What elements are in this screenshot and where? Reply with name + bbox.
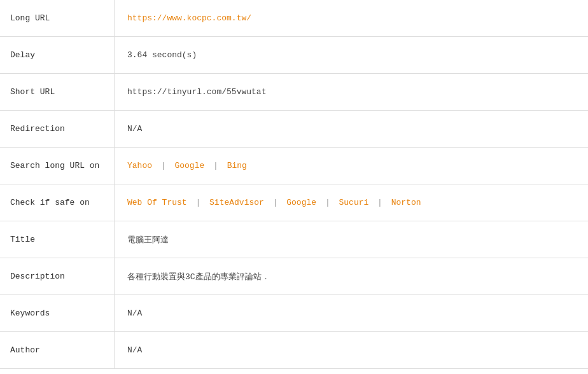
row-redirection: RedirectionN/A [0, 111, 588, 148]
text-delay: 3.64 second(s) [127, 50, 197, 60]
link-long-url[interactable]: https://www.kocpc.com.tw/ [127, 13, 251, 23]
row-search-long-url: Search long URL onYahoo | Google | Bing [0, 148, 588, 184]
row-delay: Delay3.64 second(s) [0, 37, 588, 74]
label-title: Title [0, 221, 115, 258]
label-short-url: Short URL [0, 74, 115, 110]
value-author: N/A [115, 336, 588, 364]
value-description: 各種行動裝置與3C產品的專業評論站． [115, 262, 588, 291]
row-author: AuthorN/A [0, 332, 588, 369]
label-delay: Delay [0, 37, 115, 73]
value-long-url[interactable]: https://www.kocpc.com.tw/ [115, 4, 588, 32]
label-search-long-url: Search long URL on [0, 148, 115, 184]
value-redirection: N/A [115, 115, 588, 142]
link-check-safe-4[interactable]: Norton [391, 198, 421, 207]
label-long-url: Long URL [0, 0, 115, 36]
row-title: Title電腦王阿達 [0, 221, 588, 258]
value-title: 電腦王阿達 [115, 225, 588, 254]
label-check-safe: Check if safe on [0, 184, 115, 221]
row-keywords: KeywordsN/A [0, 295, 588, 332]
text-description: 各種行動裝置與3C產品的專業評論站． [127, 272, 270, 282]
label-description: Description [0, 258, 115, 294]
label-keywords: Keywords [0, 295, 115, 331]
link-check-safe-2[interactable]: Google [286, 198, 316, 207]
separator: | [156, 161, 171, 170]
separator: | [191, 198, 206, 207]
text-keywords: N/A [127, 308, 142, 318]
text-author: N/A [127, 345, 142, 355]
link-check-safe-0[interactable]: Web Of Trust [127, 198, 187, 207]
row-description: Description各種行動裝置與3C產品的專業評論站． [0, 258, 588, 295]
value-search-long-url[interactable]: Yahoo | Google | Bing [115, 152, 588, 179]
text-redirection: N/A [127, 124, 142, 134]
separator: | [372, 198, 387, 207]
row-long-url: Long URLhttps://www.kocpc.com.tw/ [0, 0, 588, 37]
link-check-safe-1[interactable]: SiteAdvisor [209, 198, 264, 207]
separator: | [320, 198, 335, 207]
text-title: 電腦王阿達 [127, 235, 169, 245]
text-short-url: https://tinyurl.com/55vwutat [127, 87, 266, 97]
info-table: Long URLhttps://www.kocpc.com.tw/Delay3.… [0, 0, 588, 374]
link-search-long-url-2[interactable]: Bing [227, 161, 247, 170]
separator: | [208, 161, 223, 170]
link-search-long-url-1[interactable]: Google [174, 161, 204, 170]
row-check-safe: Check if safe onWeb Of Trust | SiteAdvis… [0, 184, 588, 221]
separator: | [268, 198, 283, 207]
value-keywords: N/A [115, 300, 588, 327]
value-delay: 3.64 second(s) [115, 41, 588, 69]
value-check-safe[interactable]: Web Of Trust | SiteAdvisor | Google | Su… [115, 189, 588, 216]
link-search-long-url-0[interactable]: Yahoo [127, 161, 152, 170]
label-author: Author [0, 332, 115, 368]
label-redirection: Redirection [0, 111, 115, 147]
link-check-safe-3[interactable]: Sucuri [339, 198, 368, 207]
row-short-url: Short URLhttps://tinyurl.com/55vwutat [0, 74, 588, 111]
value-short-url: https://tinyurl.com/55vwutat [115, 78, 588, 106]
